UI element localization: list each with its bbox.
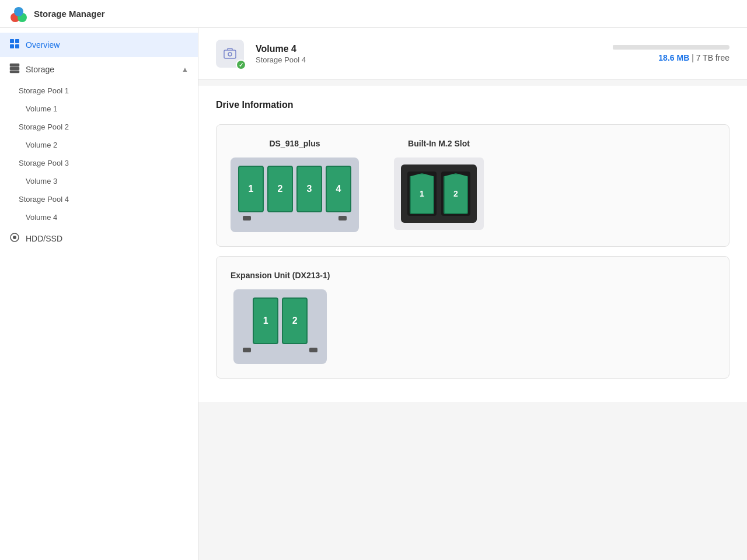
volume-info: Volume 4 Storage Pool 4 [256, 44, 613, 64]
nas-drive-3: 3 [296, 166, 322, 212]
ds918-label: DS_918_plus [269, 139, 320, 148]
svg-rect-12 [224, 50, 236, 58]
exp-foot-right [309, 348, 317, 352]
sidebar-item-volume4[interactable]: Volume 4 [0, 208, 198, 226]
svg-rect-5 [10, 44, 14, 48]
svg-point-2 [14, 7, 23, 16]
usage-bar [613, 45, 729, 50]
exp-drive-1: 1 [253, 298, 278, 344]
pool4-label: Storage Pool 4 [19, 195, 69, 204]
pool3-label: Storage Pool 3 [19, 159, 69, 167]
usage-bar-fill [613, 45, 615, 50]
m2-slot-wrap-1: 1 [407, 172, 437, 216]
volume1-label: Volume 1 [26, 104, 57, 113]
sidebar-item-volume3[interactable]: Volume 3 [0, 172, 198, 190]
sidebar-item-volume1[interactable]: Volume 1 [0, 100, 198, 118]
main-layout: Overview Storage ▲ Storage Pool 1 Volume… [0, 28, 747, 560]
overview-label: Overview [26, 40, 60, 50]
m2-label: Built-In M.2 Slot [408, 139, 470, 148]
nas-enclosure: 1 2 3 4 [231, 158, 359, 232]
drive-info-section: Drive Information DS_918_plus 1 2 3 4 [198, 86, 747, 402]
sidebar-item-volume2[interactable]: Volume 2 [0, 136, 198, 154]
sidebar-item-overview[interactable]: Overview [0, 33, 198, 57]
sidebar-item-pool1[interactable]: Storage Pool 1 [0, 82, 198, 100]
svg-rect-9 [10, 71, 19, 73]
sidebar-section-storage[interactable]: Storage ▲ [0, 57, 198, 82]
svg-rect-3 [10, 39, 14, 43]
sidebar-item-pool4[interactable]: Storage Pool 4 [0, 190, 198, 208]
usage-separator: | [692, 53, 696, 62]
top-header: Storage Manager [0, 0, 747, 28]
m2-slot-wrap-2: 2 [441, 172, 470, 216]
sidebar: Overview Storage ▲ Storage Pool 1 Volume… [0, 28, 198, 560]
storage-label: Storage [26, 65, 54, 74]
hdd-icon [9, 232, 20, 245]
usage-text: 18.6 MB | 7 TB free [613, 53, 729, 62]
app-title: Storage Manager [34, 9, 105, 19]
drive-info-title: Drive Information [216, 100, 729, 110]
sidebar-item-pool2[interactable]: Storage Pool 2 [0, 118, 198, 136]
m2-enclosure: 1 2 [401, 164, 477, 223]
exp-drive-2: 2 [282, 298, 308, 344]
m2-slot-1: 1 [410, 173, 434, 214]
m2-slot-2: 2 [444, 173, 468, 214]
exp-feet [243, 348, 317, 352]
ds918-unit: DS_918_plus 1 2 3 4 [231, 139, 359, 232]
storage-chevron: ▲ [181, 65, 189, 74]
m2-unit: Built-In M.2 Slot 1 2 [394, 139, 484, 230]
main-content: ✓ Volume 4 Storage Pool 4 18.6 MB | 7 TB… [198, 28, 747, 560]
app-icon [9, 5, 28, 23]
svg-rect-6 [15, 44, 19, 48]
nas-feet [243, 216, 347, 220]
expansion-unit: Expansion Unit (DX213-1) 1 2 [231, 271, 330, 364]
pool2-label: Storage Pool 2 [19, 123, 69, 131]
exp-enclosure: 1 2 [233, 289, 327, 364]
usage-free: 7 TB free [696, 53, 729, 62]
volume2-label: Volume 2 [26, 141, 57, 149]
drive-row-expansion: Expansion Unit (DX213-1) 1 2 [216, 256, 729, 379]
m2-outer: 1 2 [394, 158, 484, 230]
svg-rect-8 [10, 67, 19, 70]
expansion-label: Expansion Unit (DX213-1) [231, 271, 330, 280]
storage-icon [9, 63, 20, 76]
sidebar-item-pool3[interactable]: Storage Pool 3 [0, 154, 198, 172]
nas-foot-left [243, 216, 251, 220]
svg-rect-4 [15, 39, 19, 43]
overview-icon [9, 38, 20, 51]
svg-point-11 [13, 236, 16, 239]
pool1-label: Storage Pool 1 [19, 86, 69, 95]
nas-drive-1: 1 [238, 166, 264, 212]
drive-row-main: DS_918_plus 1 2 3 4 [216, 124, 729, 247]
hdd-ssd-label: HDD/SSD [26, 234, 62, 243]
svg-rect-7 [10, 64, 19, 66]
nas-drives-row: 1 2 3 4 [238, 166, 351, 212]
volume-name: Volume 4 [256, 44, 613, 54]
volume-icon-wrap: ✓ [216, 40, 244, 68]
volume-card: ✓ Volume 4 Storage Pool 4 18.6 MB | 7 TB… [198, 28, 747, 80]
usage-used: 18.6 MB [658, 53, 689, 62]
volume4-label: Volume 4 [26, 213, 57, 222]
nas-foot-right [338, 216, 347, 220]
volume3-label: Volume 3 [26, 177, 57, 186]
exp-foot-left [243, 348, 251, 352]
sidebar-item-hdd-ssd[interactable]: HDD/SSD [0, 226, 198, 251]
volume-pool: Storage Pool 4 [256, 55, 613, 64]
exp-drives-row: 1 2 [253, 298, 308, 344]
nas-drive-2: 2 [267, 166, 293, 212]
nas-drive-4: 4 [326, 166, 351, 212]
svg-point-13 [228, 52, 232, 56]
volume-usage: 18.6 MB | 7 TB free [613, 45, 729, 62]
status-check-icon: ✓ [236, 60, 246, 70]
